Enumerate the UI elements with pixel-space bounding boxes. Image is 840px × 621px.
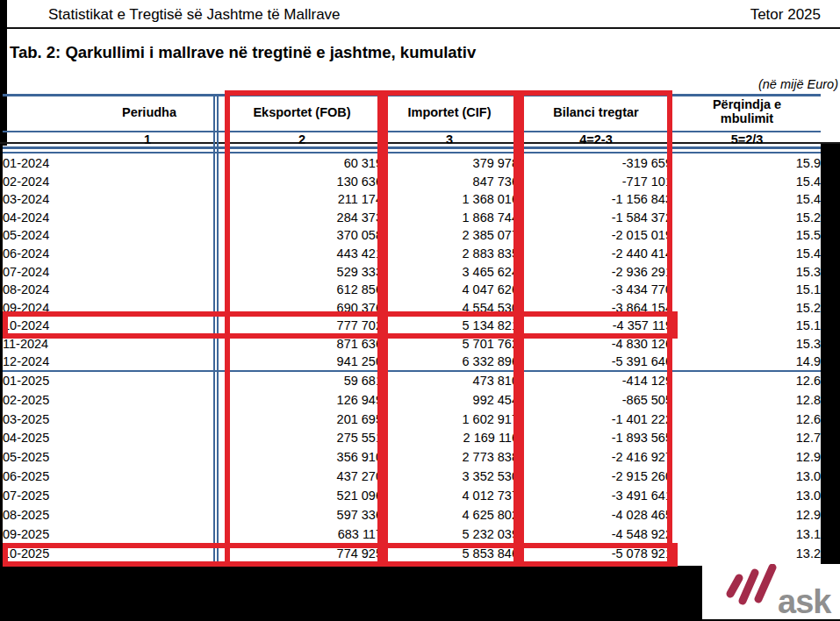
cell-exports: 437 270 bbox=[214, 468, 383, 487]
cell-balance: -5 391 646 bbox=[519, 353, 672, 372]
table-row: 02-2024130 636847 736-717 10115.4 bbox=[3, 173, 821, 191]
cell-period: 03-2024 bbox=[3, 190, 214, 209]
cell-balance: -717 101 bbox=[519, 173, 672, 191]
cell-period: 05-2025 bbox=[3, 448, 214, 468]
col-code-balance: 4=2-3 bbox=[579, 132, 613, 146]
cell-coverage: 15.3 bbox=[672, 263, 821, 282]
table-row: 01-202559 681473 810-414 12912.6 bbox=[3, 371, 821, 390]
cell-balance: -3 491 641 bbox=[519, 486, 672, 505]
cell-period: 09-2024 bbox=[3, 299, 214, 318]
cell-coverage: 13.0 bbox=[672, 468, 821, 487]
unit-note: (në mijë Euro) bbox=[758, 77, 838, 91]
table-row: 07-2025521 0964 012 737-3 491 64113.0 bbox=[3, 486, 821, 505]
cell-coverage: 15.5 bbox=[672, 226, 821, 245]
table-row: 11-2024871 6365 701 762-4 830 12615.3 bbox=[3, 335, 821, 353]
cell-exports: 284 373 bbox=[214, 209, 383, 227]
table-row: 01-202460 319379 978-319 65915.9 bbox=[3, 154, 821, 173]
cell-coverage: 13.2 bbox=[672, 544, 821, 563]
table-row: 08-2024612 8564 047 626-3 434 77015.1 bbox=[3, 281, 821, 299]
cell-period: 06-2024 bbox=[3, 245, 214, 263]
cell-exports: 683 117 bbox=[214, 525, 383, 544]
cell-coverage: 15.1 bbox=[672, 317, 821, 335]
cell-period: 10-2025 bbox=[3, 544, 214, 563]
cell-imports: 2 773 838 bbox=[383, 448, 519, 468]
cell-coverage: 15.2 bbox=[672, 209, 821, 227]
cell-imports: 3 465 624 bbox=[383, 263, 519, 282]
cell-imports: 1 368 016 bbox=[383, 190, 519, 209]
cell-period: 12-2024 bbox=[3, 353, 214, 372]
cell-coverage: 12.9 bbox=[672, 448, 821, 468]
cell-exports: 356 910 bbox=[214, 448, 383, 468]
table-row: 05-2024370 0582 385 077-2 015 01915.5 bbox=[3, 226, 821, 245]
cell-balance: -319 659 bbox=[519, 154, 672, 173]
cell-imports: 3 352 530 bbox=[383, 468, 519, 487]
cell-balance: -5 078 921 bbox=[519, 544, 672, 563]
table-row: 03-2024211 1741 368 016-1 156 84315.4 bbox=[3, 190, 821, 209]
table-row: 04-2024284 3731 868 744-1 584 37215.2 bbox=[3, 209, 821, 227]
cell-coverage: 12.7 bbox=[672, 429, 821, 448]
table-row: 04-2025275 5512 169 116-1 893 56512.7 bbox=[3, 429, 821, 448]
page-edge-right bbox=[821, 143, 840, 566]
trade-table: 01-202460 319379 978-319 65915.902-20241… bbox=[3, 154, 821, 563]
cell-exports: 597 336 bbox=[214, 505, 383, 525]
cell-exports: 777 702 bbox=[214, 317, 383, 335]
cell-imports: 5 232 039 bbox=[383, 525, 519, 544]
cell-exports: 59 681 bbox=[214, 371, 383, 390]
cell-imports: 4 554 530 bbox=[383, 299, 519, 318]
table-body: 01-202460 319379 978-319 65915.902-20241… bbox=[3, 154, 821, 563]
cell-balance: -3 434 770 bbox=[519, 281, 672, 299]
document-header-title: Statistikat e Tregtisë së Jashtme të Mal… bbox=[48, 6, 341, 24]
cell-coverage: 15.4 bbox=[672, 190, 821, 209]
cell-imports: 4 625 802 bbox=[383, 505, 519, 525]
cell-period: 07-2025 bbox=[3, 486, 214, 505]
cell-period: 08-2024 bbox=[3, 281, 214, 299]
cell-exports: 275 551 bbox=[214, 429, 383, 448]
cell-coverage: 13.0 bbox=[672, 486, 821, 505]
cell-coverage: 14.9 bbox=[672, 353, 821, 372]
page-edge-left bbox=[0, 0, 7, 146]
cell-period: 11-2024 bbox=[3, 335, 214, 353]
cell-imports: 5 853 846 bbox=[383, 544, 519, 563]
ask-logo-text: ask bbox=[778, 583, 832, 619]
ask-logo-bars-icon: ask bbox=[702, 564, 840, 619]
table-row: 10-2025774 9255 853 846-5 078 92113.2 bbox=[3, 544, 821, 563]
cell-period: 02-2025 bbox=[3, 390, 214, 410]
table-row: 09-2024690 3764 554 530-3 864 15415.2 bbox=[3, 299, 821, 318]
cell-balance: -2 440 414 bbox=[519, 245, 672, 263]
cell-balance: -4 357 119 bbox=[519, 317, 672, 335]
cell-coverage: 15.1 bbox=[672, 281, 821, 299]
cell-period: 04-2025 bbox=[3, 429, 214, 448]
cell-exports: 130 636 bbox=[214, 173, 383, 191]
cell-coverage: 15.2 bbox=[672, 299, 821, 318]
cell-period: 01-2025 bbox=[3, 371, 214, 390]
table-rule-dark bbox=[0, 142, 840, 144]
cell-balance: -1 156 843 bbox=[519, 190, 672, 209]
cell-exports: 871 636 bbox=[214, 335, 383, 353]
header-divider bbox=[7, 27, 840, 29]
ask-logo: ask bbox=[702, 564, 840, 619]
cell-coverage: 15.4 bbox=[672, 245, 821, 263]
cell-exports: 370 058 bbox=[214, 226, 383, 245]
cell-balance: -1 584 372 bbox=[519, 209, 672, 227]
cell-imports: 847 736 bbox=[383, 173, 519, 191]
table-row: 02-2025126 949992 454-865 50512.8 bbox=[3, 390, 821, 410]
cell-exports: 529 333 bbox=[214, 263, 383, 282]
col-code-period: 1 bbox=[144, 132, 151, 146]
cell-exports: 443 421 bbox=[214, 245, 383, 263]
cell-balance: -2 936 291 bbox=[519, 263, 672, 282]
cell-balance: -2 915 260 bbox=[519, 468, 672, 487]
col-code-exports: 2 bbox=[298, 132, 305, 146]
table-title: Tab. 2: Qarkullimi i mallrave në tregtin… bbox=[10, 43, 476, 62]
cell-exports: 690 376 bbox=[214, 299, 383, 318]
cell-exports: 941 250 bbox=[214, 353, 383, 372]
cell-balance: -2 015 019 bbox=[519, 226, 672, 245]
cell-imports: 5 701 762 bbox=[383, 335, 519, 353]
table-rule-subheader-a bbox=[3, 146, 821, 149]
cell-coverage: 15.9 bbox=[672, 154, 821, 173]
table-row: 06-2025437 2703 352 530-2 915 26013.0 bbox=[3, 468, 821, 487]
cell-period: 09-2025 bbox=[3, 525, 214, 544]
cell-imports: 5 134 821 bbox=[383, 317, 519, 335]
cell-imports: 4 012 737 bbox=[383, 486, 519, 505]
cell-period: 01-2024 bbox=[3, 154, 214, 173]
cell-balance: -414 129 bbox=[519, 371, 672, 390]
